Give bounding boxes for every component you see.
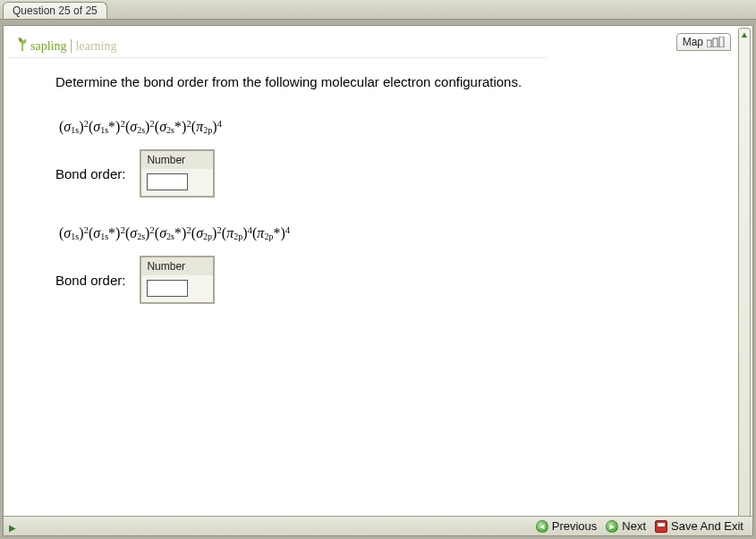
electron-config-2: (σ1s)2(σ1s*)2(σ2s)2(σ2s*)2(σ2p)2(π2p)4(π…: [59, 224, 726, 241]
svg-rect-1: [713, 38, 718, 47]
nav-bar: ▶ ◄ Previous ► Next Save And Exit: [4, 516, 752, 535]
number-header-2: Number: [141, 257, 213, 275]
bond-order-label-1: Bond order:: [55, 166, 125, 181]
map-button[interactable]: Map: [676, 33, 731, 51]
leaf-icon: [16, 37, 29, 54]
play-icon[interactable]: ▶: [9, 523, 16, 533]
content-area: Map sapling | learning: [9, 31, 735, 514]
top-bar: Question 25 of 25: [0, 0, 756, 20]
next-button[interactable]: ► Next: [606, 519, 646, 533]
question-prompt: Determine the bond order from the follow…: [55, 74, 726, 89]
bond-order-label-2: Bond order:: [55, 273, 125, 288]
number-header-1: Number: [141, 151, 213, 169]
question-tab[interactable]: Question 25 of 25: [3, 2, 107, 19]
next-label: Next: [622, 519, 646, 533]
brand-header: sapling | learning: [9, 31, 546, 58]
previous-icon: ◄: [536, 520, 548, 533]
previous-label: Previous: [552, 519, 598, 533]
scroll-up-icon[interactable]: ▲: [739, 29, 750, 40]
map-button-label: Map: [683, 36, 703, 48]
save-exit-button[interactable]: Save And Exit: [655, 519, 743, 533]
electron-config-1: (σ1s)2(σ1s*)2(σ2s)2(σ2s*)2(π2p)4: [59, 118, 726, 135]
brand-text-a: sapling: [30, 39, 66, 54]
app-window: Question 25 of 25 ▲ ▼ Map: [0, 0, 756, 539]
bond-order-input-2[interactable]: [147, 280, 188, 297]
vertical-scrollbar[interactable]: ▲ ▼: [738, 28, 751, 534]
content-frame: ▲ ▼ Map saplin: [3, 25, 753, 536]
answer-row-1: Bond order: Number: [55, 149, 726, 198]
svg-rect-2: [719, 37, 724, 47]
previous-button[interactable]: ◄ Previous: [536, 519, 598, 533]
question-body: Determine the bond order from the follow…: [9, 58, 735, 340]
question-tab-label: Question 25 of 25: [13, 4, 98, 17]
bond-order-input-1[interactable]: [147, 173, 188, 190]
answer-row-2: Bond order: Number: [55, 256, 726, 304]
next-icon: ►: [606, 520, 618, 533]
brand-separator: |: [69, 38, 72, 54]
number-box-2: Number: [140, 256, 215, 304]
save-icon: [655, 520, 667, 533]
save-exit-label: Save And Exit: [671, 519, 743, 533]
brand-text-b: learning: [76, 39, 117, 54]
svg-rect-0: [707, 40, 711, 47]
map-icon: [707, 37, 725, 47]
number-box-1: Number: [140, 149, 215, 198]
